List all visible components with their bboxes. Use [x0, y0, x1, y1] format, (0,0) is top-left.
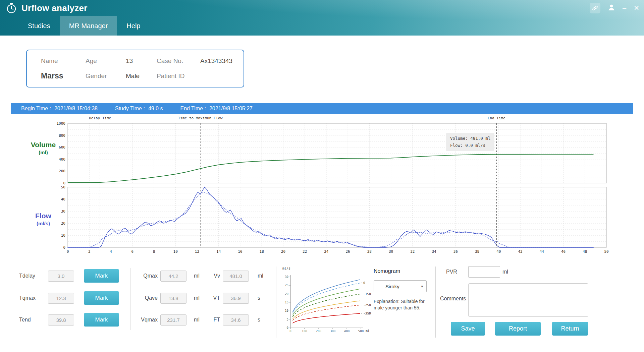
tqmax-value[interactable] [48, 293, 74, 304]
qave-row: Qave ml [139, 291, 200, 305]
vv-unit: ml [258, 273, 263, 279]
tend-mark-button[interactable]: Mark [84, 313, 119, 327]
tdelay-mark-button[interactable]: Mark [84, 269, 119, 283]
svg-text:36: 36 [453, 249, 458, 254]
svg-text:0: 0 [63, 245, 65, 250]
pvr-input[interactable] [468, 266, 500, 278]
tab-studies[interactable]: Studies [18, 16, 60, 36]
svg-text:28: 28 [367, 249, 372, 254]
svg-text:400: 400 [59, 157, 65, 162]
patient-gender-label: Gender [86, 72, 126, 80]
svg-text:ml: ml [366, 329, 370, 333]
begin-time-value: 2021/9/8 15:04:38 [54, 106, 98, 112]
svg-text:34: 34 [432, 249, 436, 254]
patient-age-value: 13 [126, 57, 157, 65]
comments-input[interactable] [468, 283, 588, 317]
tend-value[interactable] [48, 314, 74, 326]
svg-text:6: 6 [131, 249, 133, 254]
tqmax-mark-button[interactable]: Mark [84, 291, 119, 305]
ft-label: FT [211, 317, 220, 323]
vqmax-value[interactable] [160, 314, 186, 326]
return-button[interactable]: Return [552, 322, 588, 336]
vt-row: VT s [211, 291, 260, 305]
svg-text:48: 48 [583, 249, 587, 254]
tab-help[interactable]: Help [117, 16, 150, 36]
nomogram-select[interactable]: Siroky ▾ [374, 280, 427, 292]
app-logo-icon [5, 2, 17, 14]
flow-volume-chart[interactable]: Volume (ml) Flow (ml/s) 0200400600800100… [11, 114, 633, 258]
patient-info-card: Name Age 13 Case No. Ax1343343 Marss Gen… [26, 50, 244, 87]
svg-text:10: 10 [173, 249, 178, 254]
svg-text:24: 24 [324, 249, 329, 254]
qmax-label: Qmax [139, 273, 158, 279]
main-chart-svg[interactable]: 0200400600800100001020304050024681012141… [11, 114, 633, 256]
svg-text:10: 10 [61, 233, 65, 238]
svg-text:18: 18 [260, 249, 264, 254]
qmax-unit: ml [194, 273, 200, 279]
study-time-bar: Begin Time :2021/9/8 15:04:38 Study Time… [11, 103, 633, 114]
nomogram-selected-value: Siroky [385, 284, 399, 289]
tdelay-value[interactable] [48, 271, 74, 282]
pvr-label: PVR [446, 269, 457, 275]
svg-text:38: 38 [475, 249, 479, 254]
patient-gender-value: Male [126, 72, 157, 80]
vt-value[interactable] [223, 293, 249, 304]
svg-text:-1SD: -1SD [363, 292, 371, 296]
divider-3 [435, 267, 436, 338]
svg-text:50: 50 [61, 185, 65, 189]
tooltip-volume: Volume: 481.0 ml [450, 135, 490, 142]
svg-text:300: 300 [330, 330, 335, 333]
study-time-label: Study Time : [115, 106, 145, 112]
svg-text:40: 40 [496, 249, 501, 254]
vt-label: VT [211, 295, 220, 301]
svg-text:400: 400 [344, 330, 350, 333]
end-time-value: 2021/9/8 15:05:27 [209, 106, 253, 112]
svg-text:ml/s: ml/s [282, 267, 290, 270]
ft-row: FT s [211, 313, 260, 327]
tend-row: Tend Mark [15, 313, 119, 327]
user-icon[interactable] [608, 4, 615, 12]
svg-text:30: 30 [285, 275, 288, 279]
nav-tabs: Studies MR Manager Help [0, 16, 150, 36]
patient-id-label: Patient ID [157, 72, 200, 80]
vv-value[interactable] [223, 271, 249, 282]
svg-text:4: 4 [110, 249, 112, 254]
flow-axis-title: Flow [23, 212, 63, 220]
svg-text:-2SD: -2SD [363, 303, 371, 307]
ft-value[interactable] [223, 314, 249, 326]
comments-label: Comments [440, 296, 466, 302]
svg-text:44: 44 [540, 249, 544, 254]
nomogram-title: Nomogram [374, 268, 400, 274]
end-time-label: End Time : [180, 106, 206, 112]
link-icon[interactable] [590, 3, 600, 13]
svg-text:14: 14 [216, 249, 221, 254]
svg-text:500: 500 [358, 330, 364, 333]
svg-text:12: 12 [195, 249, 199, 254]
tab-mr-manager[interactable]: MR Manager [60, 16, 117, 36]
flow-axis-unit: (ml/s) [23, 221, 63, 226]
svg-text:25: 25 [285, 284, 288, 287]
vv-row: Vv ml [211, 269, 263, 283]
vv-label: Vv [211, 273, 220, 279]
ft-unit: s [258, 317, 260, 323]
qave-value[interactable] [160, 293, 186, 304]
app-title: Urflow analyzer [21, 3, 88, 13]
minimize-button[interactable]: – [623, 3, 626, 13]
close-button[interactable]: ✕ [634, 3, 639, 13]
svg-text:26: 26 [345, 249, 350, 254]
volume-axis-title: Volume [23, 141, 63, 149]
tend-label: Tend [19, 317, 44, 323]
header: Urflow analyzer – ✕ Studies MR Manager H… [0, 0, 644, 36]
svg-text:8: 8 [153, 249, 155, 254]
save-button[interactable]: Save [451, 322, 485, 336]
svg-text:200: 200 [59, 169, 65, 173]
qmax-value[interactable] [160, 271, 186, 282]
study-time-value: 49.0 s [148, 106, 163, 112]
svg-text:0: 0 [363, 281, 365, 285]
patient-case-value: Ax1343343 [200, 57, 244, 65]
svg-text:100: 100 [302, 330, 307, 333]
report-button[interactable]: Report [495, 322, 541, 336]
tqmax-label: Tqmax [19, 295, 44, 301]
svg-text:10: 10 [285, 309, 288, 312]
begin-time-label: Begin Time : [21, 106, 51, 112]
